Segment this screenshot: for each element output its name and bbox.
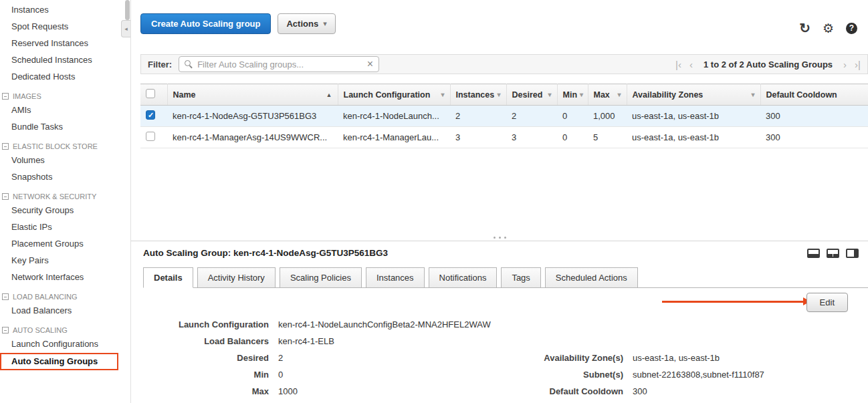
cell-launch-configuration: ken-rc4-1-NodeLaunch... — [338, 106, 450, 127]
column-filter-caret-icon[interactable]: ▾ — [497, 91, 500, 98]
collapse-section-icon — [2, 293, 9, 300]
field-label: Availability Zone(s) — [499, 350, 633, 366]
column-label: Default Cooldown — [766, 90, 837, 100]
sidebar-section-network-security[interactable]: NETWORK & SECURITY — [0, 192, 130, 200]
actions-button[interactable]: Actions ▾ — [278, 13, 335, 34]
sidebar-item-network-interfaces[interactable]: Network Interfaces — [0, 269, 130, 285]
select-all-header[interactable] — [140, 84, 167, 106]
grip-dot-icon — [494, 237, 496, 239]
column-filter-caret-icon[interactable]: ▾ — [751, 91, 754, 98]
tab-tags[interactable]: Tags — [501, 267, 540, 288]
layout-split-horizontal-icon[interactable] — [827, 249, 839, 258]
sidebar-section-load-balancing[interactable]: LOAD BALANCING — [0, 293, 130, 301]
detail-fields-left-column: Launch Configuration ken-rc4-1-NodeLaunc… — [144, 316, 499, 403]
clear-filter-icon[interactable]: × — [367, 59, 373, 70]
sidebar-item-load-balancers[interactable]: Load Balancers — [0, 302, 130, 319]
column-header-availability-zones[interactable]: Availability Zones ▾ — [627, 84, 760, 106]
column-filter-caret-icon[interactable]: ▾ — [548, 91, 551, 98]
sidebar-item-amis[interactable]: AMIs — [0, 102, 130, 118]
sort-ascending-icon: ▲ — [326, 92, 332, 98]
sidebar-item-scheduled-instances[interactable]: Scheduled Instances — [0, 51, 130, 68]
sidebar-item-security-groups[interactable]: Security Groups — [0, 202, 130, 219]
sidebar-item-launch-configurations[interactable]: Launch Configurations — [0, 335, 130, 352]
tab-instances[interactable]: Instances — [366, 267, 425, 288]
sidebar-section-label: LOAD BALANCING — [13, 293, 78, 301]
sidebar-section-images[interactable]: IMAGES — [0, 92, 130, 100]
filter-input[interactable] — [197, 59, 362, 70]
tab-notifications[interactable]: Notifications — [429, 267, 498, 288]
sidebar-item-instances[interactable]: Instances — [0, 1, 130, 18]
tab-details[interactable]: Details — [143, 267, 193, 288]
sidebar-item-auto-scaling-groups[interactable]: Auto Scaling Groups — [0, 353, 118, 370]
layout-bottom-pane-icon[interactable] — [807, 249, 820, 258]
column-header-instances[interactable]: Instances ▾ — [450, 84, 506, 106]
tab-activity-history[interactable]: Activity History — [197, 267, 276, 288]
sidebar-item-placement-groups[interactable]: Placement Groups — [0, 235, 130, 252]
filter-search-box[interactable]: × — [179, 56, 379, 72]
help-icon[interactable]: ? — [846, 23, 857, 34]
cell-availability-zones: us-east-1a, us-east-1b — [627, 127, 760, 148]
filter-label: Filter: — [148, 59, 172, 70]
row-checkbox-checked[interactable] — [146, 110, 155, 120]
field-label: Subnet(s) — [499, 366, 633, 383]
column-header-desired[interactable]: Desired ▾ — [506, 84, 557, 106]
sidebar-item-spot-requests[interactable]: Spot Requests — [0, 18, 130, 35]
sidebar-item-reserved-instances[interactable]: Reserved Instances — [0, 35, 130, 51]
layout-split-vertical-icon[interactable] — [846, 249, 859, 258]
field-label: Health Check Type — [144, 400, 278, 403]
cell-instances: 2 — [450, 106, 506, 127]
field-value: us-east-1a, us-east-1b — [633, 350, 720, 366]
field-value: 300 — [633, 383, 647, 400]
cell-desired: 3 — [506, 127, 557, 148]
select-all-checkbox[interactable] — [146, 89, 155, 98]
last-page-icon[interactable]: ›| — [855, 59, 861, 70]
cell-availability-zones: us-east-1a, us-east-1b — [627, 106, 760, 127]
sidebar-item-key-pairs[interactable]: Key Pairs — [0, 252, 130, 269]
column-header-name[interactable]: Name ▲ — [167, 84, 338, 106]
row-select-cell[interactable] — [140, 106, 167, 127]
column-filter-caret-icon[interactable]: ▾ — [617, 91, 621, 98]
table-row[interactable]: ken-rc4-1-ManagerAsg-14US9WWCR... ken-rc… — [140, 127, 868, 148]
auto-scaling-groups-table: Name ▲ Launch Configuration ▾ Instances — [140, 84, 868, 148]
field-health-check-type: Health Check Type EC2 — [144, 400, 499, 403]
tab-scaling-policies[interactable]: Scaling Policies — [280, 267, 362, 288]
edit-button[interactable]: Edit — [806, 293, 848, 312]
column-label: Max — [594, 90, 610, 100]
prev-page-icon[interactable]: ‹ — [689, 59, 693, 70]
row-checkbox[interactable] — [146, 132, 155, 141]
field-value: 0 — [278, 366, 283, 383]
field-label: Min — [144, 366, 278, 383]
column-header-max[interactable]: Max ▾ — [588, 84, 627, 106]
first-page-icon[interactable]: |‹ — [675, 59, 681, 70]
table-row[interactable]: ken-rc4-1-NodeAsg-G5TU3P561BG3 ken-rc4-1… — [140, 106, 868, 127]
panel-splitter-handle[interactable] — [131, 234, 868, 241]
next-page-icon[interactable]: › — [843, 59, 847, 70]
tab-scheduled-actions[interactable]: Scheduled Actions — [545, 267, 638, 288]
field-value: ken-rc4-1-NodeLaunchConfigBeta2-MNA2HFEL… — [278, 316, 491, 333]
field-load-balancers: Load Balancers ken-rc4-1-ELB — [144, 333, 499, 350]
sidebar-collapse-button[interactable]: ◂ — [121, 20, 130, 37]
column-filter-caret-icon[interactable]: ▾ — [580, 91, 583, 98]
column-filter-caret-icon[interactable]: ▾ — [441, 91, 444, 98]
column-label: Desired — [512, 90, 543, 100]
sidebar-item-bundle-tasks[interactable]: Bundle Tasks — [0, 118, 130, 135]
sidebar-item-elastic-ips[interactable]: Elastic IPs — [0, 219, 130, 235]
refresh-icon[interactable]: ↻ — [799, 21, 810, 35]
row-select-cell[interactable] — [140, 127, 167, 148]
sidebar-item-dedicated-hosts[interactable]: Dedicated Hosts — [0, 68, 130, 85]
sidebar-section-auto-scaling[interactable]: AUTO SCALING — [0, 326, 130, 334]
create-auto-scaling-group-button[interactable]: Create Auto Scaling group — [140, 13, 271, 34]
field-label: Load Balancers — [144, 333, 278, 350]
cell-launch-configuration: ken-rc4-1-ManagerLau... — [338, 127, 450, 148]
field-launch-configuration: Launch Configuration ken-rc4-1-NodeLaunc… — [144, 316, 499, 333]
sidebar-item-volumes[interactable]: Volumes — [0, 152, 130, 168]
column-header-min[interactable]: Min ▾ — [557, 84, 588, 106]
gear-icon[interactable]: ⚙ — [823, 22, 834, 35]
sidebar-scrollbar-thumb[interactable] — [125, 0, 130, 20]
sidebar-section-elastic-block-store[interactable]: ELASTIC BLOCK STORE — [0, 142, 130, 150]
column-header-launch-configuration[interactable]: Launch Configuration ▾ — [338, 84, 450, 106]
column-header-default-cooldown[interactable]: Default Cooldown — [760, 84, 868, 106]
sidebar-item-snapshots[interactable]: Snapshots — [0, 168, 130, 185]
detail-panel-title: Auto Scaling Group: ken-rc4-1-NodeAsg-G5… — [143, 248, 388, 258]
field-label: Placement Group — [499, 400, 633, 403]
